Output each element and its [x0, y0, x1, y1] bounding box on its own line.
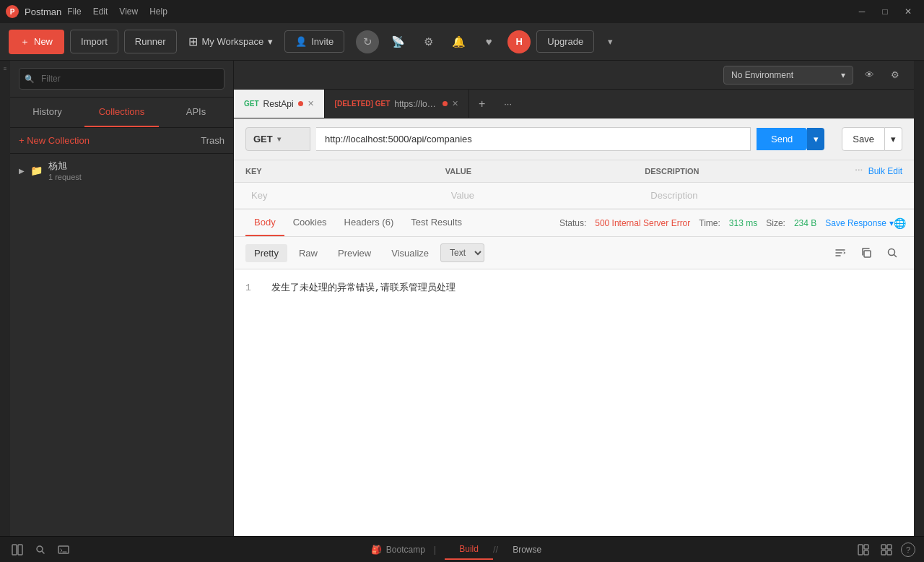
param-description-input[interactable] — [645, 187, 845, 204]
settings-button[interactable]: ⚙ — [417, 30, 440, 53]
help-icon[interactable]: ? — [901, 542, 915, 557]
format-type-select[interactable]: Text — [440, 243, 484, 262]
params-menu-icon[interactable]: ⋯ — [855, 166, 863, 176]
more-tabs-button[interactable]: ··· — [495, 90, 521, 118]
format-tab-preview[interactable]: Preview — [329, 244, 380, 262]
menu-help[interactable]: Help — [149, 7, 167, 17]
svg-rect-7 — [864, 545, 868, 549]
tab-divider: // — [493, 544, 498, 555]
svg-rect-3 — [18, 545, 22, 555]
size-label: Size: — [766, 218, 785, 228]
new-collection-button[interactable]: + New Collection — [19, 135, 90, 146]
trash-button[interactable]: Trash — [201, 135, 225, 146]
copy-icon[interactable] — [856, 243, 876, 263]
svg-rect-12 — [887, 550, 892, 555]
invite-button[interactable]: 👤 Invite — [284, 30, 344, 53]
method-badge: GET — [244, 100, 259, 108]
response-tab-headers[interactable]: Headers (6) — [336, 209, 403, 236]
expand-icon[interactable]: ▾ — [600, 32, 620, 52]
method-select[interactable]: GET ▾ — [245, 127, 310, 151]
params-key-header: KEY — [245, 167, 445, 176]
save-dropdown-button[interactable]: ▾ — [885, 127, 902, 151]
response-toolbar: Pretty Raw Preview Visualize Text — [234, 237, 914, 269]
param-value-input[interactable] — [445, 187, 645, 204]
response-tab-test-results[interactable]: Test Results — [402, 209, 471, 236]
response-tab-body[interactable]: Body — [245, 209, 284, 236]
runner-button[interactable]: Runner — [124, 30, 177, 53]
word-wrap-icon[interactable] — [830, 243, 850, 263]
notification-button[interactable]: 🔔 — [447, 30, 470, 53]
request-bar: GET ▾ Send ▾ Save ▾ — [245, 127, 902, 151]
svg-rect-10 — [887, 545, 892, 549]
upgrade-button[interactable]: Upgrade — [536, 30, 594, 53]
search-bottom-icon[interactable] — [32, 541, 49, 558]
grid-bottom-icon[interactable] — [878, 541, 895, 558]
response-area: Body Cookies Headers (6) Test Results St… — [234, 209, 914, 536]
tab-close-icon[interactable]: ✕ — [452, 99, 458, 108]
build-tab[interactable]: Build — [445, 540, 493, 560]
response-line: 1 发生了未处理的异常错误,请联系管理员处理 — [245, 281, 902, 296]
env-settings-button[interactable]: ⚙ — [885, 65, 905, 85]
content-area: No Environment ▾ 👁 ⚙ GET RestApi ✕ [DELE… — [234, 61, 914, 536]
browse-tab[interactable]: Browse — [498, 540, 556, 559]
save-response-button[interactable]: Save Response ▾ — [825, 218, 894, 228]
grid-icon: ⊞ — [188, 35, 198, 48]
response-tab-cookies[interactable]: Cookies — [284, 209, 336, 236]
request-area: GET ▾ Send ▾ Save ▾ — [234, 118, 914, 160]
sync-button[interactable]: ↻ — [356, 30, 379, 53]
tab-name: RestApi — [263, 99, 294, 109]
import-button[interactable]: Import — [70, 30, 118, 53]
save-button[interactable]: Save — [842, 127, 885, 151]
url-input[interactable] — [316, 127, 751, 151]
bottom-center: 🎒 Bootcamp | Build // Browse — [371, 540, 556, 560]
sidebar-toggle-bottom-icon[interactable] — [9, 541, 26, 558]
tab-apis[interactable]: APIs — [159, 98, 233, 127]
environment-name: No Environment — [731, 70, 793, 80]
param-key-input[interactable] — [245, 187, 445, 204]
env-eye-button[interactable]: 👁 — [859, 65, 879, 85]
sidebar-content: ▶ 📁 杨旭 1 request — [10, 154, 233, 536]
workspace-name: My Workspace — [202, 36, 264, 47]
format-tab-visualize[interactable]: Visualize — [383, 244, 437, 262]
tab-close-icon[interactable]: ✕ — [308, 99, 314, 108]
titlebar-menu: File Edit View Help — [67, 7, 167, 17]
tab-collections[interactable]: Collections — [84, 98, 159, 127]
left-icon-bar: ≡ — [0, 61, 10, 536]
format-tab-pretty[interactable]: Pretty — [245, 244, 287, 262]
bootcamp-label: Bootcamp — [386, 545, 425, 555]
user-avatar[interactable]: H — [507, 30, 531, 53]
add-tab-button[interactable]: + — [469, 90, 495, 118]
sidebar-toggle-icon[interactable]: ≡ — [0, 64, 10, 74]
request-tab-0[interactable]: GET RestApi ✕ — [234, 90, 325, 118]
environment-selector[interactable]: No Environment ▾ — [723, 66, 853, 85]
maximize-button[interactable]: □ — [875, 1, 895, 22]
size-value: 234 B — [794, 218, 816, 228]
time-label: Time: — [699, 218, 720, 228]
bootcamp-button[interactable]: 🎒 Bootcamp — [371, 545, 425, 555]
search-input[interactable] — [19, 68, 225, 90]
close-button[interactable]: ✕ — [898, 1, 918, 22]
main-content: ≡ 🔍 History Collections APIs + New Colle… — [0, 61, 924, 536]
console-bottom-icon[interactable] — [55, 541, 72, 558]
chevron-down-icon: ▾ — [268, 36, 273, 47]
heart-button[interactable]: ♥ — [477, 30, 500, 53]
menu-edit[interactable]: Edit — [93, 7, 108, 17]
workspace-switcher-button[interactable]: ⊞ My Workspace ▾ — [183, 35, 279, 48]
layout-icon[interactable] — [855, 541, 872, 558]
menu-view[interactable]: View — [119, 7, 138, 17]
send-button[interactable]: Send — [757, 128, 807, 150]
radar-button[interactable]: 📡 — [386, 30, 409, 53]
format-tab-raw[interactable]: Raw — [290, 244, 326, 262]
new-button[interactable]: ＋ New — [9, 30, 64, 54]
collection-item[interactable]: ▶ 📁 杨旭 1 request — [10, 154, 233, 187]
bulk-edit-button[interactable]: Bulk Edit — [868, 166, 902, 176]
send-dropdown-button[interactable]: ▾ — [807, 128, 824, 150]
search-response-icon[interactable] — [882, 243, 902, 263]
tab-history[interactable]: History — [10, 98, 84, 127]
request-tab-1[interactable]: [DELETED] GET https://localhost:500... ✕ — [325, 90, 469, 118]
minimize-button[interactable]: ─ — [852, 1, 872, 22]
bootcamp-icon: 🎒 — [371, 545, 382, 555]
menu-file[interactable]: File — [67, 7, 81, 17]
search-icon: 🔍 — [25, 74, 35, 84]
main-toolbar: ＋ New Import Runner ⊞ My Workspace ▾ 👤 I… — [0, 23, 924, 61]
